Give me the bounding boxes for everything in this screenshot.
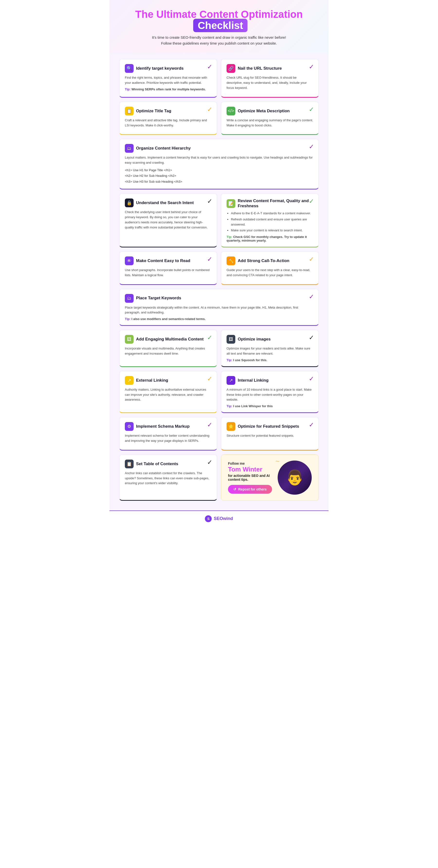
optimize-images-body: Optimize images for your readers and bot…: [227, 346, 313, 356]
review-content-tip: Tip: Check GSC for monthly changes. Try …: [227, 235, 313, 242]
check-nail-url: ✓: [309, 63, 314, 71]
lock-icon: 🔒: [125, 198, 134, 207]
hierarchy-icon: 🗂: [125, 144, 134, 153]
featured-snippets-body: Structure content for potential featured…: [227, 433, 313, 438]
header: The Ultimate Content Optimization Checkl…: [109, 0, 329, 53]
row-1: ✓ 🔍 Identify target keywords Find the ri…: [119, 59, 319, 97]
multimedia-title: Add Engaging Multimedia Content: [136, 337, 204, 342]
star-icon: ⭐: [227, 422, 235, 431]
strong-cta-body: Guide your users to the next step with a…: [227, 268, 313, 278]
nail-url-title: Nail the URL Structure: [238, 66, 282, 71]
schema-icon: ⚙: [125, 422, 134, 431]
card-place-keywords: ✓ 🗂 Place Target Keywords Place target k…: [119, 289, 319, 326]
external-linking-title: External Linking: [136, 378, 168, 383]
repost-button[interactable]: ↺ Repost for others: [228, 485, 272, 494]
card-easy-to-read: ✓ 👁 Make Content Easy to Read Use short …: [119, 251, 217, 285]
check-identify-keywords: ✓: [207, 63, 212, 71]
check-optimize-title: ✓: [207, 106, 212, 113]
card-multimedia: ✓ 🖼 Add Engaging Multimedia Content Inco…: [119, 330, 217, 367]
page: The Ultimate Content Optimization Checkl…: [109, 0, 329, 527]
row-8: ✓ ↗ External Linking Authority matters. …: [119, 371, 319, 413]
place-keywords-body: Place target keywords strategically with…: [125, 305, 313, 315]
header-subtitle: It's time to create SEO-friendly content…: [124, 35, 314, 46]
check-table-of-contents: ✓: [207, 459, 212, 466]
organize-hierarchy-title: Organize Content Hierarchy: [136, 146, 191, 151]
organize-hierarchy-code: <h1> Use H1 for Page Title </h1> <h2> Us…: [125, 167, 313, 184]
internal-linking-body: A minimum of 10 inbound links is a good …: [227, 387, 313, 402]
check-featured-snippets: ✓: [309, 421, 314, 429]
row-3: ✓ 🗂 Organize Content Hierarchy Layout ma…: [119, 139, 319, 189]
row-10: ✓ 📋 Set Table of Contents Anchor links c…: [119, 455, 319, 501]
card-strong-cta: ✓ ✏️ Add Strong Call-To-Action Guide you…: [221, 251, 319, 285]
card-optimize-images: ✓ 🖼 Optimize images Optimize images for …: [221, 330, 319, 367]
seowind-logo: S: [205, 515, 212, 522]
row-7: ✓ 🖼 Add Engaging Multimedia Content Inco…: [119, 330, 319, 367]
nail-url-body: Check URL slug for SEO-friendliness. It …: [227, 75, 313, 90]
image-icon: 🖼: [227, 335, 235, 344]
optimize-title-body: Craft a relevant and attractive title ta…: [125, 118, 211, 128]
review-content-title: Review Content Format, Quality and Fresh…: [238, 198, 313, 209]
footer-brand-name: SEOwind: [214, 516, 233, 521]
repost-label: Repost for others: [238, 487, 267, 491]
search-icon: 🔍: [125, 64, 134, 73]
card-schema-markup: ✓ ⚙ Implement Schema Markup Implement re…: [119, 417, 217, 451]
card-optimize-title: ✓ 📋 Optimize Title Tag Craft a relevant …: [119, 101, 217, 135]
optimize-images-title: Optimize images: [238, 337, 271, 342]
title-plain: The Ultimate Content Optimization: [135, 8, 303, 20]
follow-desc: for actionable SEO and AI content tips.: [228, 474, 273, 482]
strong-cta-title: Add Strong Call-To-Action: [238, 258, 289, 263]
swirl-decoration: ~: [275, 457, 279, 465]
organize-hierarchy-body: Layout matters. Implement a content hier…: [125, 155, 313, 165]
row-5: ✓ 👁 Make Content Easy to Read Use short …: [119, 251, 319, 285]
table-of-contents-body: Anchor links can establish context for t…: [125, 471, 211, 486]
card-table-of-contents: ✓ 📋 Set Table of Contents Anchor links c…: [119, 455, 217, 501]
link-icon: 🔗: [227, 64, 235, 73]
footer-brand: S SEOwind: [114, 515, 324, 522]
repost-icon: ↺: [233, 487, 236, 491]
follow-name: Tom Winter: [228, 466, 273, 473]
check-strong-cta: ✓: [309, 255, 314, 263]
toc-icon: 📋: [125, 460, 134, 468]
check-external-linking: ✓: [207, 375, 212, 382]
easy-to-read-title: Make Content Easy to Read: [136, 258, 190, 263]
check-easy-to-read: ✓: [207, 255, 212, 263]
check-review-content: ✓: [309, 197, 314, 205]
follow-text: Follow me Tom Winter for actionable SEO …: [228, 462, 273, 494]
multimedia-icon: 🖼: [125, 335, 134, 344]
optimize-meta-body: Write a concise and engaging summary of …: [227, 118, 313, 128]
check-multimedia: ✓: [207, 334, 212, 341]
table-of-contents-title: Set Table of Contents: [136, 462, 178, 466]
row-6: ✓ 🗂 Place Target Keywords Place target k…: [119, 289, 319, 326]
card-icon-title-url: 🔗 Nail the URL Structure: [227, 64, 313, 73]
schema-markup-title: Implement Schema Markup: [136, 424, 190, 429]
external-linking-body: Authority matters. Linking to authoritat…: [125, 387, 211, 402]
identify-keywords-body: Find the right terms, topics, and phrase…: [125, 75, 211, 86]
internal-link-icon: ↗: [227, 376, 235, 385]
search-intent-title: Understand the Search Intent: [136, 200, 194, 205]
identify-keywords-title: Identify target keywords: [136, 66, 184, 71]
place-keywords-title: Place Target Keywords: [136, 296, 181, 301]
card-identify-keywords: ✓ 🔍 Identify target keywords Find the ri…: [119, 59, 217, 97]
header-title: The Ultimate Content Optimization Checkl…: [124, 9, 314, 31]
optimize-meta-title: Optimize Meta Description: [238, 108, 290, 114]
schema-markup-body: Implement relevant schema for better con…: [125, 433, 211, 443]
card-search-intent: ✓ 🔒 Understand the Search Intent Check t…: [119, 193, 217, 247]
row-4: ✓ 🔒 Understand the Search Intent Check t…: [119, 193, 319, 247]
card-icon-title: 🔍 Identify target keywords: [125, 64, 211, 73]
keywords-icon: 🗂: [125, 294, 134, 303]
pencil-icon: ✏️: [227, 256, 235, 265]
follow-card: ~ Follow me Tom Winter for actionable SE…: [221, 455, 319, 501]
avatar: 👨: [278, 461, 312, 495]
check-schema-markup: ✓: [207, 421, 212, 429]
card-organize-hierarchy: ✓ 🗂 Organize Content Hierarchy Layout ma…: [119, 139, 319, 189]
check-optimize-meta: ✓: [309, 106, 314, 113]
review-content-body: Adhere to the E-E-A-T standards for a co…: [227, 211, 313, 233]
row-2: ✓ 📋 Optimize Title Tag Craft a relevant …: [119, 101, 319, 135]
title-tag-icon: 📋: [125, 107, 134, 116]
title-badge: Checklist: [193, 19, 247, 32]
external-link-icon: ↗: [125, 376, 134, 385]
eye-icon: 👁: [125, 256, 134, 265]
optimize-images-tip: Tip: I use Squoosh for this.: [227, 358, 313, 362]
review-icon: 📝: [227, 199, 235, 208]
internal-linking-title: Internal Linking: [238, 378, 269, 383]
